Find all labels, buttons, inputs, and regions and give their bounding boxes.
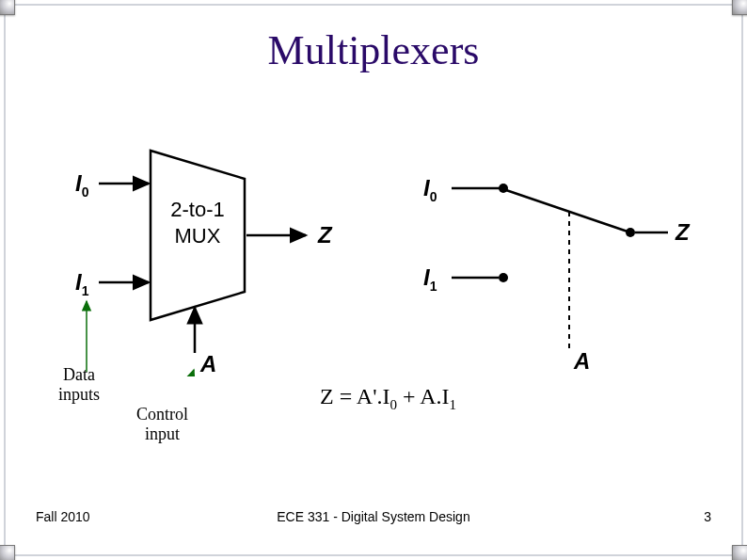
corner-decoration-bl bbox=[0, 545, 15, 560]
mux-diagram: 2-to-1 MUX I0 I1 A Z I0 I1 Z A bbox=[47, 141, 696, 376]
mux-label-line2: MUX bbox=[175, 224, 221, 248]
switch-i1-node bbox=[499, 273, 508, 282]
mux-equation: Z = A'.I0 + A.I1 bbox=[320, 384, 456, 413]
switch-arm bbox=[506, 190, 630, 232]
footer-course: ECE 331 - Digital System Design bbox=[0, 509, 747, 524]
mux-label-line1: 2-to-1 bbox=[170, 198, 224, 221]
page-number: 3 bbox=[704, 509, 711, 524]
corner-decoration-tr bbox=[732, 0, 747, 15]
corner-decoration-tl bbox=[0, 0, 15, 15]
slide-title: Multiplexers bbox=[0, 26, 747, 74]
data-inputs-annot: Datainputs bbox=[58, 365, 100, 405]
corner-decoration-br bbox=[732, 545, 747, 560]
control-input-arrow bbox=[185, 370, 194, 376]
output-label: Z bbox=[317, 222, 333, 248]
switch-pivot bbox=[626, 228, 635, 237]
select-label: A bbox=[199, 351, 216, 376]
switch-i0-label: I0 bbox=[423, 175, 437, 204]
control-input-annot: Controlinput bbox=[136, 405, 188, 444]
switch-z-label: Z bbox=[675, 219, 691, 245]
switch-i1-label: I1 bbox=[423, 264, 437, 294]
switch-i0-node bbox=[499, 184, 508, 193]
i1-label: I1 bbox=[75, 269, 89, 298]
switch-select-label: A bbox=[573, 348, 590, 374]
i0-label: I0 bbox=[75, 170, 89, 200]
